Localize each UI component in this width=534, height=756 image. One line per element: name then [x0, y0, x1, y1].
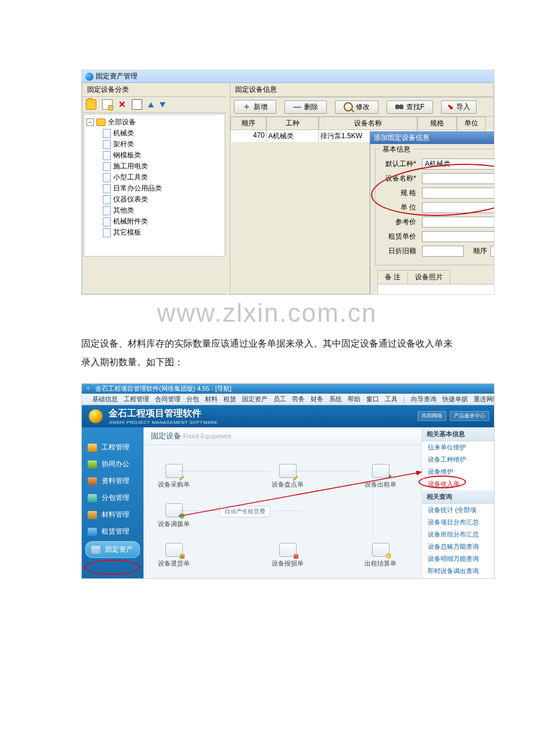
- price-input[interactable]: 0: [422, 217, 495, 228]
- side-item-project[interactable]: 工程管理: [82, 439, 143, 456]
- side-item-material[interactable]: 材料管理: [82, 506, 143, 523]
- node-settle[interactable]: 出租结算单: [365, 543, 396, 568]
- doc-icon: [103, 195, 111, 204]
- collapse-icon[interactable]: −: [86, 118, 94, 126]
- banner-title-en: JINSHI PROJECT MANAGEMENT SOFTWARE: [109, 420, 218, 425]
- menu-item[interactable]: 向导查询: [411, 395, 436, 404]
- add-button[interactable]: ＋新增: [234, 100, 276, 114]
- menu-item[interactable]: 快捷单据: [442, 395, 468, 404]
- right-pane: 相关基本信息 往来单位维护 设备工种维护 设备维护 设备收入单 相关查询 设备统…: [421, 427, 494, 578]
- edit-category-icon[interactable]: [102, 99, 113, 110]
- tree-item[interactable]: 架杆类: [103, 139, 222, 150]
- import-button-label: 导入: [456, 102, 470, 112]
- calc-icon[interactable]: [132, 99, 142, 110]
- window-titlebar: 固定资产管理: [82, 70, 494, 83]
- menu-item[interactable]: 劳务: [292, 395, 305, 404]
- tree-item[interactable]: 机械类: [103, 128, 222, 139]
- menu-item[interactable]: 工程管理: [124, 395, 149, 404]
- menu-item[interactable]: 系统: [329, 395, 342, 404]
- auto-rent-box: 自动产生租赁费: [219, 506, 270, 517]
- tree-item-label: 日常办公用品类: [113, 183, 162, 193]
- tree-root[interactable]: − 全部设备: [86, 117, 222, 128]
- col-name[interactable]: 设备名称: [319, 117, 417, 130]
- tab-remark[interactable]: 备 注: [377, 270, 408, 284]
- node-rentout[interactable]: 设备出租单: [365, 464, 396, 489]
- rp-link-income[interactable]: 设备收入单: [422, 478, 494, 490]
- rp-link-q[interactable]: 设备项目分布汇总: [422, 516, 494, 528]
- node-damage[interactable]: 设备报损单: [272, 543, 304, 568]
- tree-item[interactable]: 钢模板类: [103, 150, 222, 161]
- tree-item[interactable]: 其他类: [103, 205, 222, 216]
- node-inventory[interactable]: 设备盘点单: [272, 464, 304, 489]
- col-spec[interactable]: 规格: [417, 117, 457, 130]
- category-panel: 固定设备分类 ✕ − 全部设备 机械类 架杆类: [82, 83, 226, 294]
- menu-item[interactable]: 材料: [205, 395, 218, 404]
- side-item-asset[interactable]: 固定资产: [85, 541, 140, 558]
- red-circle-side: [84, 560, 140, 575]
- menu-item[interactable]: 工具: [385, 395, 398, 404]
- rp-link-q[interactable]: 设备明细万能查询: [422, 553, 494, 565]
- menu-item[interactable]: 窗口: [366, 395, 379, 404]
- menu-item[interactable]: 分包: [186, 395, 199, 404]
- rp-link-unit[interactable]: 往来单位维护: [422, 441, 494, 453]
- nav-main: 固定设备 Fixed Equipment 设备采购单 设备盘点单 设备出租单 设…: [143, 427, 421, 578]
- depreciation-input[interactable]: [422, 246, 464, 257]
- tree-item[interactable]: 日常办公用品类: [103, 183, 222, 194]
- banner-btn-service[interactable]: 产品服务中心: [450, 411, 489, 421]
- menu-item[interactable]: 员工: [273, 395, 286, 404]
- menu-item[interactable]: 重连网络: [474, 395, 495, 404]
- node-purchase[interactable]: 设备采购单: [158, 464, 190, 489]
- rp-link-q[interactable]: 设备班组分布汇总: [422, 528, 494, 541]
- side-item-data[interactable]: 资料管理: [82, 473, 143, 489]
- rent-input[interactable]: 0: [422, 231, 495, 242]
- delete-button[interactable]: —删除: [284, 100, 327, 114]
- unit-select[interactable]: [422, 202, 495, 213]
- menu-item[interactable]: 固定资产: [242, 395, 268, 404]
- kind-select[interactable]: A机械类: [422, 159, 495, 170]
- side-item-coop[interactable]: 协同办公: [82, 456, 143, 473]
- node-return[interactable]: 设备退货单: [158, 543, 190, 568]
- side-label: 材料管理: [102, 510, 129, 520]
- category-tree[interactable]: − 全部设备 机械类 架杆类 钢模板类 施工用电类 小型工具类 日常办公用品类 …: [84, 114, 225, 257]
- new-folder-icon[interactable]: [86, 99, 96, 110]
- rp-link-q[interactable]: 即时设备调出查询: [422, 565, 494, 577]
- doc-icon: [103, 129, 111, 138]
- col-kind[interactable]: 工种: [266, 117, 319, 130]
- tree-item-label: 机械附件类: [113, 217, 148, 226]
- tree-item[interactable]: 仪器仪表类: [103, 194, 222, 205]
- label-spec: 规 格: [380, 188, 418, 198]
- side-item-rent[interactable]: 租赁管理: [82, 523, 143, 540]
- spec-input[interactable]: [422, 188, 495, 199]
- find-button[interactable]: 查找F: [387, 100, 433, 114]
- tree-item[interactable]: 其它模板: [103, 227, 222, 238]
- rp-link-kind[interactable]: 设备工种维护: [422, 453, 494, 466]
- tree-item-label: 机械类: [113, 128, 134, 138]
- menu-item[interactable]: 合同管理: [155, 395, 181, 404]
- import-button[interactable]: ⬊导入: [441, 100, 477, 114]
- menu-item[interactable]: 帮助: [348, 395, 360, 404]
- workspace: 工程管理 协同办公 资料管理 分包管理 材料管理 租赁管理 固定资产 固定设备 …: [82, 427, 494, 578]
- tree-item[interactable]: 小型工具类: [103, 172, 222, 183]
- banner-logo-icon: [89, 409, 103, 423]
- move-up-icon[interactable]: [148, 102, 154, 107]
- menu-item[interactable]: 基础信息: [92, 395, 118, 404]
- col-seq[interactable]: 顺序: [230, 117, 266, 130]
- rp-link-q[interactable]: 设备总账万能查询: [422, 541, 494, 553]
- equipment-name-input[interactable]: [422, 173, 495, 184]
- tab-photo[interactable]: 设备照片: [407, 270, 450, 284]
- menu-item[interactable]: 租赁: [223, 395, 236, 404]
- tree-item[interactable]: 机械附件类: [103, 216, 222, 227]
- doc-icon: [103, 184, 111, 193]
- edit-button[interactable]: 修改: [335, 100, 378, 114]
- rp-link-q[interactable]: 设备统计 (全部项: [422, 504, 494, 516]
- menu-item[interactable]: 财务: [311, 395, 323, 404]
- tree-item[interactable]: 施工用电类: [103, 161, 222, 172]
- banner-btn-net[interactable]: 共同网络: [417, 411, 446, 421]
- node-transfer[interactable]: 设备调拨单: [158, 503, 190, 528]
- delete-category-icon[interactable]: ✕: [118, 100, 126, 109]
- col-unit[interactable]: 单位: [457, 117, 486, 130]
- side-item-sub[interactable]: 分包管理: [82, 489, 143, 506]
- move-down-icon[interactable]: [160, 102, 165, 107]
- seq-input[interactable]: 9999: [490, 246, 495, 257]
- dialog-tabs: 备 注 设备照片: [377, 270, 493, 285]
